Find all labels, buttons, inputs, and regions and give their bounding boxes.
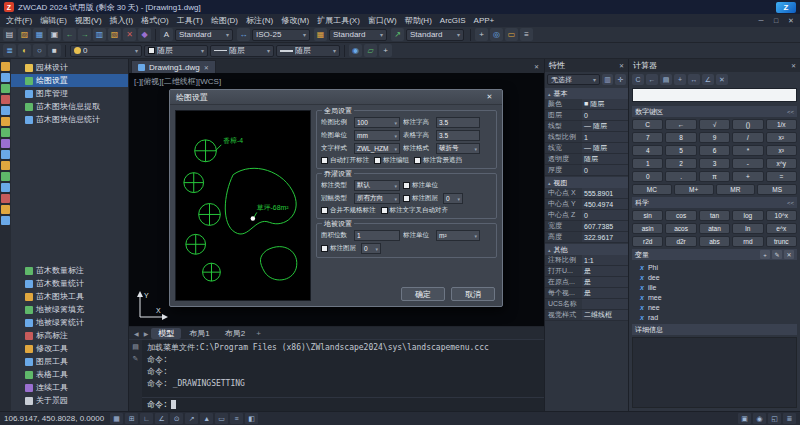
numpad-section-header[interactable]: 数字键区 << <box>632 106 797 117</box>
save-file-icon[interactable]: ▦ <box>33 28 46 41</box>
calc-key[interactable]: 1/x <box>766 119 797 130</box>
paste-icon[interactable]: ▧ <box>108 28 121 41</box>
paste-value-icon[interactable]: ▤ <box>660 74 672 85</box>
calc-sci-key[interactable]: atan <box>699 223 730 234</box>
clean-screen-icon[interactable]: ◱ <box>768 413 781 424</box>
otrack-toggle[interactable]: ↗ <box>185 413 198 424</box>
ok-button[interactable]: 确定 <box>401 287 445 301</box>
menu-item[interactable]: 帮助(H) <box>401 15 436 26</box>
clear-icon[interactable]: C <box>632 74 644 85</box>
lineweight-combo[interactable]: 随层 ▾ <box>276 45 340 57</box>
calc-sci-key[interactable]: trunc <box>766 236 797 247</box>
calc-memory-key[interactable]: MS <box>757 184 797 195</box>
side-tool-icon[interactable] <box>1 205 10 214</box>
lineweight-toggle[interactable]: ≡ <box>230 413 243 424</box>
crown-type-select[interactable]: 所有方向▾ <box>354 193 400 204</box>
get-coordinates-icon[interactable]: + <box>674 74 686 85</box>
ground-layer-select[interactable]: 0▾ <box>361 243 381 254</box>
property-value[interactable]: 0 <box>582 165 628 175</box>
close-icon[interactable]: ✕ <box>483 92 496 103</box>
calc-key[interactable]: () <box>732 119 763 130</box>
calc-sci-key[interactable]: asin <box>632 223 663 234</box>
calc-key[interactable]: - <box>732 158 763 169</box>
print-icon[interactable]: ▣ <box>48 28 61 41</box>
calc-key[interactable]: C <box>632 119 663 130</box>
side-tool-icon[interactable] <box>1 161 10 170</box>
calc-sci-key[interactable]: rnd <box>732 236 763 247</box>
calc-key[interactable]: 7 <box>632 132 663 143</box>
menu-item[interactable]: 编辑(E) <box>36 15 71 26</box>
viewport-controls-label[interactable]: [-][俯视][二维线框][WCS] <box>134 76 221 87</box>
grid-toggle[interactable]: ⊞ <box>125 413 138 424</box>
side-tool-icon[interactable] <box>1 117 10 126</box>
tree-item[interactable]: 绘图设置 <box>11 74 128 87</box>
menu-item[interactable]: APP+ <box>470 16 499 25</box>
calc-key[interactable]: 9 <box>699 132 730 143</box>
property-value[interactable]: 是 <box>582 266 628 276</box>
menu-item[interactable]: 修改(M) <box>277 15 313 26</box>
calc-key[interactable]: 2 <box>665 158 696 169</box>
isolate-icon[interactable]: ▱ <box>364 44 377 57</box>
ground-layer-checkbox[interactable] <box>321 245 328 252</box>
dim-style-combo[interactable]: ISO-25 ▾ <box>252 29 310 41</box>
menu-item[interactable]: 格式(O) <box>137 15 173 26</box>
tree-item[interactable]: 关于景园 <box>11 394 128 407</box>
calc-sci-key[interactable]: tan <box>699 210 730 221</box>
dynamic-input-toggle[interactable]: ▭ <box>215 413 228 424</box>
transparency-toggle[interactable]: ◧ <box>245 413 258 424</box>
group-icon[interactable]: + <box>379 44 392 57</box>
calc-sci-key[interactable]: cos <box>665 210 696 221</box>
minimize-button[interactable]: ─ <box>754 15 768 26</box>
new-variable-icon[interactable]: + <box>760 250 770 259</box>
calc-memory-key[interactable]: M+ <box>674 184 714 195</box>
calc-sci-key[interactable]: 10^x <box>766 210 797 221</box>
scientific-section-header[interactable]: 科学 << <box>632 197 797 208</box>
dynamic-ucs-toggle[interactable]: ▲ <box>200 413 213 424</box>
calc-key[interactable]: 0 <box>632 171 663 182</box>
side-tool-icon[interactable] <box>1 73 10 82</box>
properties-icon[interactable]: ◆ <box>138 28 151 41</box>
section-header-view[interactable]: ▴ 视图 <box>545 177 628 188</box>
layout-tab[interactable]: 布局2 <box>218 328 252 339</box>
dim-text-height-input[interactable]: 3.5 <box>436 117 480 128</box>
angle-icon[interactable]: ∠ <box>702 74 714 85</box>
layer-manager-icon[interactable]: ≣ <box>3 44 16 57</box>
tree-item[interactable]: 地被绿篱填充 <box>11 303 128 316</box>
section-header-other[interactable]: ▴ 其他 <box>545 244 628 255</box>
open-file-icon[interactable]: ▨ <box>18 28 31 41</box>
tree-item[interactable]: 地被绿篱统计 <box>11 316 128 329</box>
auto-open-dim-checkbox[interactable] <box>321 157 328 164</box>
section-header-basic[interactable]: ▴ 基本 <box>545 88 628 99</box>
property-value[interactable]: 1 <box>582 132 628 142</box>
property-value[interactable]: 随层 <box>582 154 628 164</box>
calc-key[interactable]: √ <box>699 119 730 130</box>
calc-sci-key[interactable]: e^x <box>766 223 797 234</box>
tree-item[interactable]: 苗木数量标注 <box>11 264 128 277</box>
drawing-viewport[interactable]: [-][俯视][二维线框][WCS] Y X 绘图设置 ✕ <box>129 73 544 326</box>
variable-row[interactable]: x dee <box>632 272 797 282</box>
next-layout-icon[interactable]: ▶ <box>142 330 151 337</box>
viewport-icon[interactable]: ▭ <box>505 28 518 41</box>
calc-key[interactable]: x^y <box>766 158 797 169</box>
tree-item[interactable]: 苗木图块工具 <box>11 290 128 303</box>
settings-icon[interactable]: ≣ <box>783 413 796 424</box>
side-tool-icon[interactable] <box>1 139 10 148</box>
calc-key[interactable]: 6 <box>699 145 730 156</box>
property-value[interactable] <box>582 299 628 309</box>
layout-tab[interactable]: 模型 <box>151 328 181 339</box>
tree-item[interactable]: 连续工具 <box>11 381 128 394</box>
calc-key[interactable]: ← <box>665 119 696 130</box>
new-file-icon[interactable]: ▤ <box>3 28 16 41</box>
distance-icon[interactable]: ↔ <box>688 74 700 85</box>
side-tool-icon[interactable] <box>1 183 10 192</box>
side-tool-icon[interactable] <box>1 172 10 181</box>
snap-toggle[interactable]: ▦ <box>110 413 123 424</box>
area-unit-select[interactable]: m²▾ <box>436 230 480 241</box>
render-icon[interactable]: ≡ <box>520 28 533 41</box>
calc-key[interactable]: 3 <box>699 158 730 169</box>
variables-section-header[interactable]: 变量 +✎✕ <box>632 249 797 260</box>
variable-row[interactable]: x mee <box>632 292 797 302</box>
property-value[interactable]: — 随层 <box>582 143 628 153</box>
menu-item[interactable]: 标注(N) <box>242 15 277 26</box>
calc-key[interactable]: + <box>732 171 763 182</box>
